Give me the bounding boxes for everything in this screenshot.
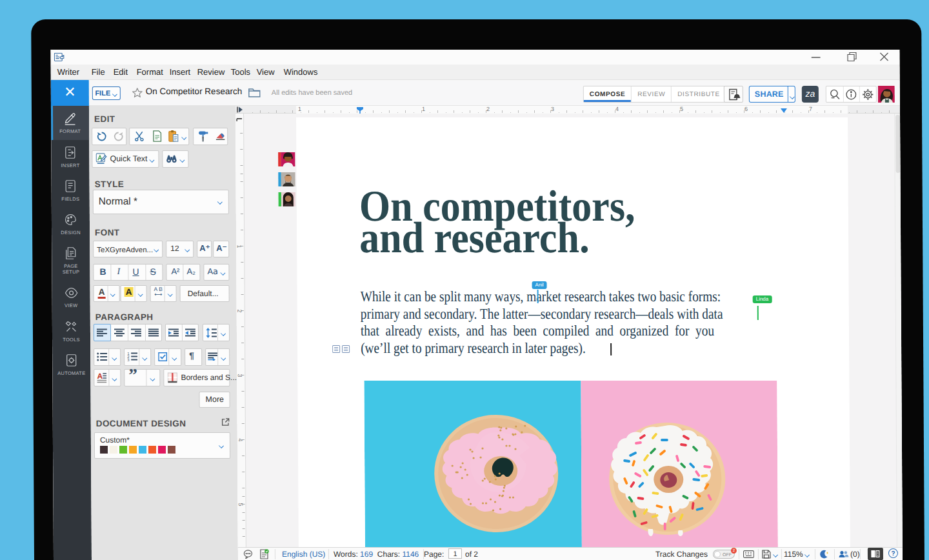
svg-text:A: A [97, 372, 103, 381]
svg-text:3: 3 [127, 358, 130, 361]
